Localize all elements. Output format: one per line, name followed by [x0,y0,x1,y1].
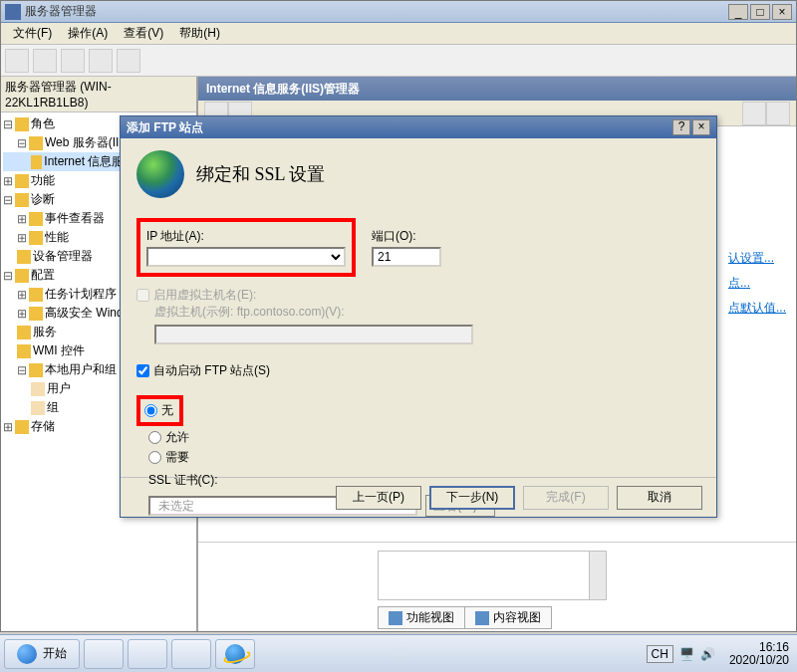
expand-icon[interactable]: ⊞ [17,288,27,302]
tree-event[interactable]: 事件查看器 [45,210,105,227]
cancel-button[interactable]: 取消 [617,486,702,510]
highlight-ssl-none: 无 [136,395,183,426]
window-title: 服务器管理器 [25,3,726,20]
tree-svc[interactable]: 服务 [33,324,57,340]
tree-root[interactable]: 服务器管理器 (WIN-22KL1RB1LB8) [1,77,196,112]
expand-icon[interactable]: ⊞ [3,174,13,188]
enable-vhost-label: 启用虚拟主机名(E): [153,287,256,304]
tree-groups[interactable]: 组 [47,399,59,416]
tree-perf[interactable]: 性能 [45,229,69,246]
tree-roles[interactable]: 角色 [31,115,55,132]
port-input[interactable] [372,247,441,267]
actions-pane: 认设置... 点... 点默认值... [728,246,786,321]
add-ftp-site-dialog: 添加 FTP 站点 ? × 绑定和 SSL 设置 IP 地址(A): 端口(O)… [120,115,717,518]
forward-icon[interactable] [33,49,57,73]
help-icon[interactable] [766,102,790,125]
settings-icon[interactable] [742,102,766,125]
minimize-button[interactable]: _ [728,4,748,20]
wmi-icon [17,344,31,358]
expand-icon[interactable]: ⊞ [17,307,27,321]
expand-icon[interactable]: ⊟ [3,117,13,131]
ssl-allow-radio[interactable] [148,431,161,444]
expand-icon[interactable]: ⊞ [17,231,27,245]
tree-web-role[interactable]: Web 服务器(IIS) [45,134,131,151]
tab-feature-view[interactable]: 功能视图 [378,606,465,629]
tree-localusers[interactable]: 本地用户和组 [45,361,117,378]
up-icon[interactable] [61,49,85,73]
language-indicator[interactable]: CH [647,645,673,663]
task-icon [29,288,43,302]
features-icon [15,174,29,188]
tool-bar [1,45,796,77]
main-title-bar: 服务器管理器 _ □ × [1,1,796,23]
tree-features[interactable]: 功能 [31,172,55,189]
expand-icon[interactable]: ⊟ [3,193,13,207]
iis-icon [31,155,42,169]
diag-icon [15,193,29,207]
task-powershell[interactable] [128,639,167,669]
ie-icon [225,644,245,664]
close-button[interactable]: × [692,119,710,135]
close-button[interactable]: × [772,4,792,20]
system-tray: CH 🖥️ 🔊 16:16 2020/10/20 [639,641,797,667]
tree-config[interactable]: 配置 [31,267,55,284]
finish-button: 完成(F) [523,486,609,510]
prev-button[interactable]: 上一页(P) [336,486,421,510]
tree-users[interactable]: 用户 [47,380,71,397]
expand-icon[interactable]: ⊞ [3,420,13,434]
menu-bar: 文件(F) 操作(A) 查看(V) 帮助(H) [1,23,796,45]
task-explorer[interactable] [171,639,211,669]
start-button[interactable]: 开始 [4,639,80,669]
svc-icon [17,326,31,339]
link-point[interactable]: 点... [728,271,786,296]
link-ftp-defaults[interactable]: 点默认值... [728,296,786,321]
expand-icon[interactable]: ⊟ [3,269,13,283]
menu-file[interactable]: 文件(F) [5,23,60,44]
tree-wmi[interactable]: WMI 控件 [33,342,85,359]
help-icon[interactable] [117,49,140,73]
menu-view[interactable]: 查看(V) [116,23,171,44]
task-server-manager[interactable] [84,639,124,669]
clock-date[interactable]: 2020/10/20 [729,654,789,667]
expand-icon[interactable]: ⊟ [17,363,27,377]
content-icon [475,611,489,625]
highlight-ip: IP 地址(A): [136,218,356,277]
app-icon [5,4,21,20]
refresh-icon[interactable] [89,49,113,73]
ssl-require-radio[interactable] [148,451,161,464]
web-role-icon [29,136,43,150]
folder-icon [31,382,45,396]
ssl-none-radio[interactable] [144,404,157,417]
tray-icon[interactable]: 🖥️ [679,647,694,661]
feature-icon [389,611,402,625]
ip-address-combo[interactable] [146,247,346,267]
enable-vhost-checkbox[interactable] [136,289,149,302]
expand-icon[interactable]: ⊞ [17,212,27,226]
iis-bottom-section: 功能视图 内容视图 [198,542,796,631]
tree-storage[interactable]: 存储 [31,418,55,435]
task-ie[interactable] [215,639,255,669]
tab-content-view[interactable]: 内容视图 [465,606,552,629]
windows-icon [17,644,37,664]
menu-ops[interactable]: 操作(A) [60,23,116,44]
menu-help[interactable]: 帮助(H) [171,23,228,44]
tray-volume-icon[interactable]: 🔊 [700,647,715,661]
autostart-label: 自动启动 FTP 站点(S) [153,362,270,379]
back-icon[interactable] [5,49,29,73]
autostart-checkbox[interactable] [136,364,149,377]
help-button[interactable]: ? [672,119,690,135]
next-button[interactable]: 下一步(N) [429,486,515,510]
devmgr-icon [17,250,31,264]
vhost-hint: 虚拟主机(示例: ftp.contoso.com)(V): [154,304,700,321]
tree-devmgr[interactable]: 设备管理器 [33,248,93,265]
taskbar: 开始 CH 🖥️ 🔊 16:16 2020/10/20 [0,634,797,672]
dialog-title-bar: 添加 FTP 站点 ? × [121,116,716,138]
maximize-button[interactable]: □ [750,4,770,20]
clock-time[interactable]: 16:16 [759,641,789,654]
expand-icon[interactable]: ⊟ [17,136,27,150]
tree-diag[interactable]: 诊断 [31,191,55,208]
tree-task[interactable]: 任务计划程序 [45,286,117,303]
scroll-box[interactable] [378,551,607,600]
port-label: 端口(O): [372,228,441,245]
link-default-settings[interactable]: 认设置... [728,246,786,271]
